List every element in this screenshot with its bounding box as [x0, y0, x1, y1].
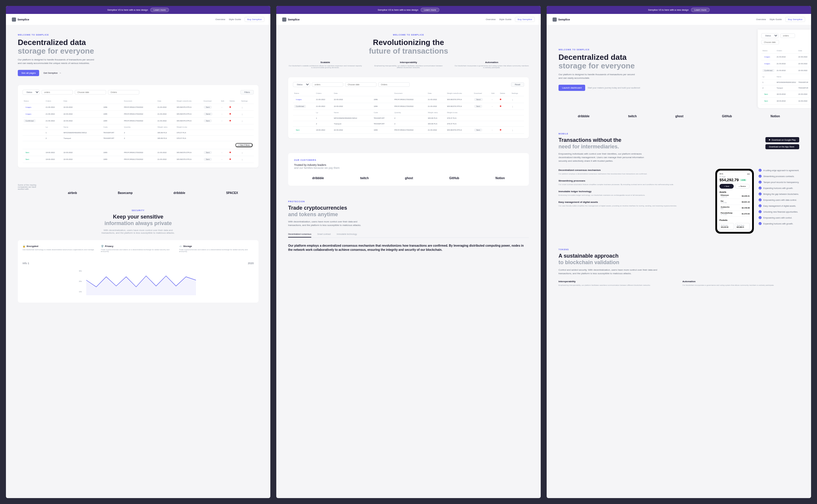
feature-col: 🔒 EncryptedUse blockchain technology to … [23, 245, 97, 252]
nav-links: Overview Style Guide Buy Semplice [215, 17, 265, 22]
nav-style-guide[interactable]: Style Guide [499, 18, 511, 21]
tab[interactable]: Immutable technology [337, 233, 357, 237]
table-sub-row: 1MFSV9360W4592MSOW012TRANSPORT2305.89 PL… [293, 115, 524, 121]
check-item: ✓A cutting-edge approach to agreement. [759, 169, 799, 172]
orders2-filter[interactable] [378, 82, 410, 87]
phone-receive-button[interactable]: ↙ Receive [735, 184, 750, 189]
phone-send-button[interactable]: ↗ Send [720, 184, 734, 189]
launch-dashboard-button[interactable]: Launch dashboard [558, 85, 585, 91]
check-item: ✓Easy management of digital assets. [759, 204, 799, 207]
three-col: InteroperabilityEmphasizing interoperabi… [371, 61, 446, 68]
logo[interactable]: Semplice [552, 17, 570, 22]
phone-assets-h: Assets [720, 191, 750, 193]
date-filter[interactable] [75, 90, 106, 94]
check-icon: ✓ [759, 187, 762, 190]
trans-title: Transactions without theneed for interme… [558, 137, 653, 150]
google-play-button[interactable]: ▶ Download on Google Play [765, 137, 799, 142]
asset-row[interactable]: PancakeSwap39.73 CAKE$1,572.63 [720, 211, 750, 217]
table-row[interactable]: Confirmed21-03-202222-03-2022 [761, 67, 809, 74]
table-header: Status [293, 91, 315, 96]
orders-filter[interactable] [780, 33, 795, 38]
table-row[interactable]: Sent18-03-202222-03-2022 [761, 91, 809, 98]
banner-learn-more[interactable]: Learn more [421, 8, 439, 12]
orders-filter[interactable] [41, 90, 73, 94]
nav-overview[interactable]: Overview [215, 18, 225, 21]
date-filter[interactable] [761, 40, 779, 44]
table-row[interactable]: Images21-03-202222-03-20221086PROFORMA/1… [293, 96, 524, 103]
table-row[interactable]: Sent18-03-202222-03-20221083PROFORMA/170… [293, 127, 524, 134]
trans-kicker: MOBILE [558, 133, 799, 135]
asset-row[interactable]: Ethereum2.4982 ETH$3,226.31 [720, 193, 750, 199]
orders-table-card: Status Reset StatusOrdersDateDocumentDat… [288, 77, 529, 138]
trade-lead: With decentralization, users have more c… [288, 220, 365, 227]
nav-buy[interactable]: Buy Semplice [785, 17, 805, 22]
tab[interactable]: Smart contract [317, 233, 331, 237]
asset-row[interactable]: AvalancheAVAX$2,440.08 [720, 205, 750, 211]
logos-caption: Some of the mazing companies we have wor… [18, 184, 41, 190]
company-logo: ghost [675, 115, 683, 118]
logo[interactable]: Semplice [12, 17, 29, 22]
asset-row[interactable]: Dai6.3210 DAI$3,621.19 [720, 199, 750, 205]
status-filter[interactable]: Status [293, 82, 310, 87]
table-row[interactable]: Images21-03-202222-03-2022 [761, 54, 809, 60]
nav-overview[interactable]: Overview [756, 18, 766, 21]
date-filter[interactable] [345, 82, 377, 87]
see-pages-button[interactable]: See all pages [18, 70, 39, 76]
nav-style-guide[interactable]: Style Guide [770, 18, 782, 21]
cust-l2: and our families because we pay them [294, 166, 523, 169]
logo[interactable]: Semplice [282, 17, 300, 22]
cta-row: See all pages Get Semplice → [18, 70, 259, 76]
table-filters: Status Filters [23, 90, 254, 95]
nav-overview[interactable]: Overview [486, 18, 495, 21]
reset-button[interactable]: Reset [511, 82, 524, 87]
nav-buy[interactable]: Buy Semplice [515, 17, 535, 22]
svg-text:30k: 30k [79, 270, 82, 272]
kicker: WELCOME TO SEMPLICE [18, 34, 259, 36]
company-logo: Notion [770, 115, 780, 118]
pocket-card[interactable]: My Pocket$15,642.60 [720, 223, 734, 229]
banner-learn-more[interactable]: Learn more [691, 8, 710, 12]
table-header: Document [393, 91, 427, 96]
table-row[interactable]: Images21-03-202222-03-20221086PROFORMA/1… [23, 104, 254, 111]
table-row[interactable]: Sent18-03-202222-03-20221083PROFORMA/170… [23, 156, 254, 163]
check-item: ✓Expanding horizons with growth. [759, 187, 799, 190]
tab[interactable]: Decentralized consensus [288, 233, 311, 237]
status-filter[interactable]: Status [23, 90, 40, 95]
table-header: Edit [220, 98, 229, 104]
three-cols: ScalableOur blockchain's scalable archit… [288, 61, 529, 68]
orders-filter[interactable] [312, 82, 343, 87]
orders2-filter[interactable] [108, 90, 139, 94]
table-sub-row: 2TransportTRANSPORT2305.89 PLN378.37 PLN [23, 136, 254, 141]
table-row[interactable]: Confirmed21-03-202222-03-20221084PROFORM… [293, 103, 524, 110]
table-row[interactable]: Images21-03-202222-03-2022 [761, 60, 809, 67]
nav-buy[interactable]: Buy Semplice [245, 17, 265, 22]
table-header: Download [473, 91, 490, 96]
feature-cols: 🔒 EncryptedUse blockchain technology to … [18, 240, 259, 257]
table-row[interactable]: Sent18-03-202216-03-2022 [761, 98, 809, 105]
table-row[interactable]: Confirmed21-03-202222-03-20221084PROFORM… [23, 118, 254, 124]
company-logo: SPACEX [226, 191, 238, 195]
table-row[interactable]: Images21-03-202222-03-20221085PROFORMA/1… [23, 111, 254, 118]
panel-1: Semplice V3 is here with a new design Le… [6, 6, 270, 498]
pocket-card[interactable]: Tesla Stock$23,088.21 [735, 223, 750, 229]
banner-text: Semplice V3 is here with a new design [107, 9, 148, 11]
logo-icon [552, 17, 557, 22]
app-store-button[interactable]: Download on the App Store [765, 144, 799, 149]
table-header [102, 98, 123, 104]
check-item: ✓Expanding horizons with growth. [759, 222, 799, 225]
view-more-button[interactable]: + View 0 More [236, 143, 253, 147]
table-row[interactable]: Sent18-03-202222-03-20221083PROFORMA/170… [23, 149, 254, 156]
check-icon: ✓ [759, 216, 762, 219]
svg-text:20k: 20k [79, 280, 82, 282]
check-item: ✓Bridging the gap between blockchains. [759, 192, 799, 195]
three-col: ScalableOur blockchain's scalable archit… [288, 61, 363, 68]
side-orders-table: Status StatusOrdersDateImages21-03-20222… [758, 30, 811, 108]
get-semplice-button[interactable]: Get Semplice → [41, 70, 63, 76]
nav-style-guide[interactable]: Style Guide [229, 18, 241, 21]
filters-button[interactable]: Filters [241, 90, 254, 94]
company-logo: dribbble [173, 191, 185, 195]
phone-balance: $54,292.79 [720, 178, 739, 182]
table-header: Settings [240, 98, 254, 104]
banner-learn-more[interactable]: Learn more [150, 8, 169, 12]
status-filter[interactable]: Status [761, 33, 778, 38]
